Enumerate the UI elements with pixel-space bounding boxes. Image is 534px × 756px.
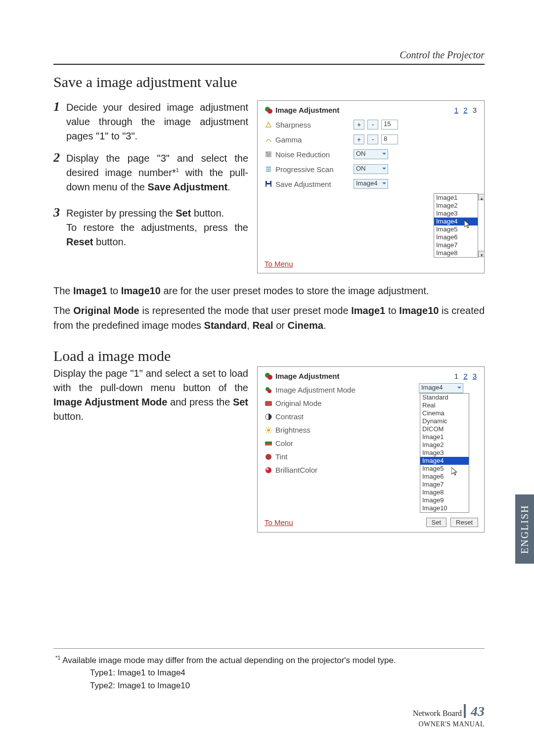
dropdown-option[interactable]: Real — [420, 401, 469, 409]
panel-title: Image Adjustment — [265, 106, 339, 114]
dropdown-option[interactable]: Cinema — [420, 409, 469, 417]
progressive-scan-select[interactable]: ON — [354, 164, 388, 174]
row-noise-reduction: Noise Reduction ON — [265, 147, 478, 162]
dropdown-option[interactable]: Image10 — [420, 504, 469, 512]
dropdown-option-selected[interactable]: Image4 — [434, 218, 478, 225]
dropdown-option[interactable]: Image6 — [420, 473, 469, 481]
brilliant-color-icon — [265, 466, 272, 474]
to-menu-link[interactable]: To Menu — [265, 518, 293, 527]
gamma-value: 8 — [381, 134, 398, 144]
dropdown-option[interactable]: DICOM — [420, 425, 469, 433]
page-current: 1 — [454, 372, 458, 380]
image-mode-dropdown[interactable]: Standard Real Cinema Dynamic DICOM Image… — [420, 393, 469, 513]
gamma-plus-button[interactable]: + — [354, 134, 364, 144]
svg-rect-30 — [265, 444, 272, 445]
gamma-icon — [265, 135, 272, 143]
dropdown-option[interactable]: Image6 — [434, 233, 478, 241]
row-original-mode: Original Mode — [265, 397, 419, 410]
panel-page-links: 1 2 3 — [453, 372, 478, 380]
noise-reduction-select[interactable]: ON — [354, 149, 388, 159]
dropdown-option[interactable]: Image3 — [420, 449, 469, 457]
sharpness-minus-button[interactable]: - — [367, 120, 378, 130]
step-number: 2 — [53, 151, 66, 194]
dropdown-option-selected[interactable]: Image4 — [420, 457, 469, 465]
panel-image-adjustment-1: Image Adjustment 1 2 3 Image Adjustment … — [257, 366, 485, 533]
tint-icon — [265, 453, 272, 461]
sharpness-icon — [265, 121, 272, 129]
language-tab: ENGLISH — [515, 494, 534, 564]
save-adjustment-select[interactable]: Image4 — [354, 179, 388, 189]
row-brightness: Brightness — [265, 423, 419, 437]
dropdown-option[interactable]: Image2 — [434, 202, 478, 210]
image-mode-select[interactable]: Image4 — [419, 383, 463, 393]
page-link-2[interactable]: 2 — [463, 372, 467, 380]
row-brilliant-color: BrilliantColor — [265, 463, 419, 477]
svg-point-17 — [267, 389, 271, 393]
panel-title: Image Adjustment — [265, 372, 339, 380]
set-button[interactable]: Set — [426, 518, 447, 527]
row-gamma: Gamma + - 8 — [265, 132, 478, 147]
dropdown-option[interactable]: Image2 — [420, 441, 469, 449]
dropdown-option[interactable]: Image7 — [420, 481, 469, 489]
dropdown-option[interactable]: Image7 — [434, 241, 478, 249]
svg-point-33 — [267, 468, 268, 470]
dropdown-option[interactable]: Image5 — [420, 465, 469, 473]
sharpness-plus-button[interactable]: + — [354, 120, 364, 130]
page-current: 3 — [473, 106, 477, 114]
color-icon — [265, 440, 272, 447]
svg-line-25 — [266, 428, 267, 429]
brightness-icon — [265, 426, 272, 434]
dropdown-option[interactable]: Image9 — [420, 496, 469, 504]
svg-point-6 — [267, 155, 268, 156]
row-tint: Tint — [265, 450, 419, 463]
running-header: Control the Projector — [53, 49, 485, 65]
image-adjustment-icon — [265, 372, 272, 380]
progressive-scan-icon — [265, 165, 272, 173]
save-icon — [265, 180, 272, 188]
svg-rect-11 — [267, 184, 270, 187]
to-menu-link[interactable]: To Menu — [265, 260, 293, 268]
scroll-up-button[interactable]: ▴ — [478, 194, 485, 200]
load-paragraph: Display the page "1" and select a set to… — [53, 366, 248, 424]
step-body: Display the page "3" and select the desi… — [66, 151, 248, 194]
row-contrast: Contrast — [265, 410, 419, 423]
save-adjustment-dropdown[interactable]: Image1 Image2 Image3 Image4 Image5 Image… — [434, 193, 478, 258]
dropdown-option[interactable]: Image3 — [434, 210, 478, 218]
svg-rect-18 — [265, 401, 272, 406]
dropdown-option[interactable]: Standard — [420, 394, 469, 401]
step-1: 1 Decide your desired image adjustment v… — [53, 100, 248, 143]
svg-line-28 — [270, 428, 271, 429]
dropdown-option[interactable]: Image1 — [420, 433, 469, 441]
svg-line-27 — [266, 432, 267, 433]
svg-rect-3 — [266, 151, 271, 157]
svg-point-5 — [269, 154, 270, 155]
svg-point-32 — [266, 467, 271, 473]
dropdown-option[interactable]: Image5 — [434, 225, 478, 233]
row-sharpness: Sharpness + - 15 — [265, 117, 478, 132]
section-title-load: Load a image mode — [53, 348, 485, 364]
footnote: *1 Available image mode may differ from … — [55, 654, 485, 692]
mode-icon — [265, 400, 272, 407]
image-adjustment-icon — [265, 386, 272, 394]
step-number: 3 — [53, 206, 66, 249]
dropdown-option[interactable]: Image8 — [420, 489, 469, 496]
svg-point-1 — [267, 109, 272, 114]
paragraph: The Original Mode is represented the mod… — [53, 303, 485, 333]
gamma-minus-button[interactable]: - — [367, 134, 378, 144]
page-link-1[interactable]: 1 — [454, 106, 458, 114]
page-link-3[interactable]: 3 — [473, 372, 477, 380]
row-image-adjustment-mode: Image Adjustment Mode — [265, 383, 419, 397]
footnote-rule — [53, 648, 485, 649]
scroll-down-button[interactable]: ▾ — [478, 251, 485, 257]
row-progressive-scan: Progressive Scan ON — [265, 162, 478, 177]
paragraph: The Image1 to Image10 are for the user p… — [53, 283, 485, 298]
step-number: 1 — [53, 100, 66, 143]
svg-point-20 — [267, 429, 270, 432]
dropdown-option[interactable]: Dynamic — [420, 417, 469, 425]
dropdown-option[interactable]: Image8 — [434, 249, 478, 257]
svg-marker-2 — [266, 122, 271, 127]
dropdown-option[interactable]: Image1 — [434, 194, 478, 202]
section-title-save: Save a image adjustment value — [53, 74, 485, 90]
reset-button[interactable]: Reset — [450, 518, 478, 527]
page-link-2[interactable]: 2 — [463, 106, 467, 114]
